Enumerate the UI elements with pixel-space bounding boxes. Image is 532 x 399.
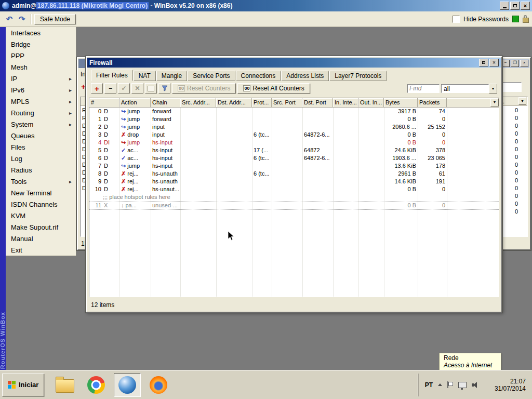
firewall-rule-row[interactable]: 6D✓ac...hs-input6 (tc...64872-6...1903.6… — [89, 154, 499, 162]
remove-rule-button[interactable]: − — [104, 83, 116, 94]
column-header-prot[interactable]: Prot... — [252, 98, 272, 107]
column-header-action[interactable]: Action — [119, 98, 151, 107]
bg-maximize-button[interactable]: ❐ — [511, 60, 519, 67]
firewall-rule-row[interactable]: 0D↪jumpforward3917 B74 — [89, 108, 499, 115]
sidebar-item-log[interactable]: Log — [6, 153, 76, 164]
tab-address-lists[interactable]: Address Lists — [281, 71, 329, 81]
combo-dropdown-arrow-icon[interactable]: ▼ — [489, 84, 497, 94]
sidebar-item-ip[interactable]: IP▸ — [6, 73, 76, 84]
firefox-taskbar-button[interactable] — [145, 373, 172, 397]
firewall-rule-row[interactable]: 8D✗rej...hs-unauth6 (tc...2961 B61 — [89, 170, 499, 178]
find-input[interactable] — [407, 84, 440, 93]
sidebar-item-isdn-channels[interactable]: ISDN Channels — [6, 198, 76, 210]
sidebar-item-radius[interactable]: Radius — [6, 164, 76, 176]
sidebar-item-interfaces[interactable]: Interfaces — [6, 27, 76, 38]
sidebar-item-label: Tools — [11, 178, 69, 185]
enable-rule-button[interactable]: ✓ — [118, 83, 130, 94]
column-header-out-in[interactable]: Out. In... — [358, 98, 384, 107]
reset-counters-button[interactable]: 00Reset Counters — [172, 83, 236, 94]
hide-passwords-checkbox[interactable] — [453, 16, 460, 23]
close-button[interactable]: × — [521, 2, 530, 10]
sidebar-item-manual[interactable]: Manual — [6, 233, 76, 244]
sidebar-item-bridge[interactable]: Bridge — [6, 38, 76, 50]
language-indicator[interactable]: PT — [425, 381, 433, 389]
column-header-in-inte[interactable]: In. Inte... — [333, 98, 358, 107]
sidebar-item-ppp[interactable]: PPP — [6, 50, 76, 61]
column-header-bytes[interactable]: Bytes — [384, 98, 418, 107]
firewall-rule-row[interactable]: 10D✗rej...hs-unaut...0 B0 — [89, 185, 499, 193]
tab-filter-rules[interactable]: Filter Rules — [91, 70, 133, 81]
column-header-num[interactable]: # — [89, 98, 119, 107]
comment-row[interactable]: ;;; place hotspot rules here — [89, 193, 499, 202]
sidebar-item-ipv6[interactable]: IPv6▸ — [6, 84, 76, 96]
explorer-taskbar-button[interactable] — [51, 373, 78, 397]
firewall-rule-row[interactable]: 5D✓ac...hs-input17 (...6487224.6 KiB378 — [89, 147, 499, 154]
sidebar-item-mesh[interactable]: Mesh — [6, 61, 76, 73]
filter-button[interactable] — [158, 83, 170, 94]
bg-minimize-button[interactable]: − — [501, 60, 510, 67]
maximize-button[interactable] — [510, 2, 520, 10]
sidebar-item-exit[interactable]: Exit — [6, 244, 76, 256]
filter-scope-select[interactable]: all ▼ — [441, 84, 497, 94]
sidebar-item-routing[interactable]: Routing▸ — [6, 107, 76, 118]
firewall-rule-row[interactable]: 4DI↪jumphs-input0 B0 — [89, 139, 499, 147]
sidebar-item-mpls[interactable]: MPLS▸ — [6, 96, 76, 107]
firewall-close-button[interactable]: × — [489, 59, 499, 66]
column-header-dst-addr[interactable]: Dst. Addr... — [216, 98, 252, 107]
start-button[interactable]: Iniciar — [2, 374, 44, 396]
rule-flags: D — [104, 185, 108, 193]
cell: 6 (tc... — [252, 154, 272, 162]
disable-rule-button[interactable]: ✕ — [131, 83, 143, 94]
tab-nat[interactable]: NAT — [134, 71, 156, 81]
comment-button[interactable] — [145, 83, 157, 94]
sidebar-item-kvm[interactable]: KVM — [6, 210, 76, 221]
bg-column-options-button[interactable]: ▼ — [518, 97, 526, 105]
bg-close-button[interactable]: × — [520, 60, 528, 67]
reset-all-counters-button[interactable]: 00Reset All Counters — [237, 83, 310, 94]
firewall-rule-row[interactable]: 3D✗dropinput6 (tc...64872-6...0 B0 — [89, 131, 499, 139]
volume-icon[interactable] — [472, 382, 479, 388]
safe-mode-button[interactable]: Safe Mode — [34, 14, 76, 24]
network-icon[interactable] — [458, 382, 467, 388]
cell: 191 — [418, 178, 447, 185]
sidebar-item-queues[interactable]: Queues — [6, 130, 76, 141]
firewall-rule-row[interactable]: 9D✗rej...hs-unauth14.6 KiB191 — [89, 178, 499, 185]
column-header-chain[interactable]: Chain — [151, 98, 180, 107]
cell: 0 B — [384, 131, 418, 139]
cell: 0 — [418, 131, 447, 139]
chrome-taskbar-button[interactable] — [83, 373, 110, 397]
firewall-rule-row[interactable]: 7D↪jumphs-input13.6 KiB178 — [89, 162, 499, 170]
action-center-flag-icon[interactable] — [447, 381, 453, 388]
add-rule-button[interactable]: + — [91, 83, 103, 94]
tab-mangle[interactable]: Mangle — [156, 71, 187, 81]
firewall-maximize-button[interactable] — [479, 59, 488, 66]
column-header-packets[interactable]: Packets — [418, 98, 447, 107]
redo-button[interactable]: ↷ — [16, 14, 28, 25]
undo-button[interactable]: ↶ — [3, 14, 16, 25]
firewall-rule-row[interactable]: 2D↪jumpinput2060.6 ...25 152 — [89, 123, 499, 131]
firewall-rule-row[interactable]: 1D↪jumpforward0 B0 — [89, 115, 499, 123]
firewall-titlebar[interactable]: Firewall × — [87, 58, 501, 68]
sidebar-item-files[interactable]: Files — [6, 141, 76, 153]
undo-icon: ↶ — [6, 15, 13, 24]
column-header-dst-port[interactable]: Dst. Port — [302, 98, 333, 107]
cell: 61 — [418, 170, 447, 178]
tab-connections[interactable]: Connections — [236, 71, 281, 81]
sidebar-item-system[interactable]: System▸ — [6, 118, 76, 130]
bg-add-icon[interactable]: + — [81, 82, 86, 91]
hidden-icons-chevron-icon[interactable] — [438, 383, 442, 386]
column-header-src-addr[interactable]: Src. Addr... — [180, 98, 216, 107]
column-header-src-port[interactable]: Src. Port — [272, 98, 302, 107]
column-options-button[interactable]: ▼ — [490, 98, 499, 107]
tab-service-ports[interactable]: Service Ports — [188, 71, 235, 81]
sidebar-item-make-supout-rif[interactable]: Make Supout.rif — [6, 221, 76, 233]
minimize-button[interactable] — [500, 2, 509, 10]
sidebar-item-new-terminal[interactable]: New Terminal — [6, 187, 76, 198]
clock[interactable]: 21:07 31/07/2014 — [484, 378, 526, 392]
tab-layer7-protocols[interactable]: Layer7 Protocols — [329, 71, 387, 81]
firewall-rule-row[interactable]: 11X↓pa...unused-...0 B0 — [89, 202, 499, 210]
cell: ↪jump — [119, 123, 151, 131]
sidebar-item-tools[interactable]: Tools▸ — [6, 176, 76, 187]
winbox-taskbar-button[interactable] — [114, 373, 141, 397]
brand-strip: RouterOS WinBox — [0, 27, 6, 370]
